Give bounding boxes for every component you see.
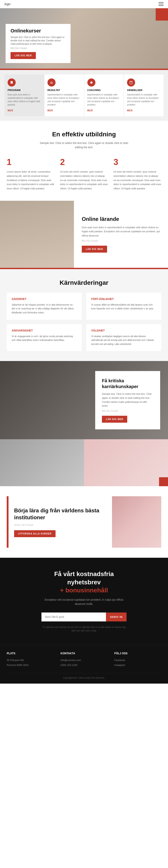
hero-description: Sample text. Click to select the text bo… [10,35,66,45]
footer-plats-line1: 45 Prinsens Rd, [7,658,54,662]
value-sakerhet: SÄKERHET Säkerhet är de högsta prioritet… [7,292,82,320]
career-cta-button[interactable]: LÄR DIG MER [102,416,127,423]
footer-col-kontakta: Kontakta info@courses.com (234) 123-1234 [60,652,108,668]
effective-title: En effektiv utbildning [7,131,161,138]
value-ansvarsighet-title: ANSVARSIGHET [12,329,77,332]
online-learning-title: Online lärande [82,216,160,222]
menu-line2 [159,4,164,4]
card-coaching: COACHING reprehenderit in voluptate veli… [84,74,124,116]
card-resultat-text: reprehenderit in voluptate velit esse ci… [48,93,81,106]
card-program-link[interactable]: MER [8,109,13,112]
logo: logo [4,2,10,6]
strip-red-accent [159,477,168,486]
value-ansvarsighet-text: Vi är engagerade in och i att göra runda… [12,334,77,342]
best-institutions-title: Börja lära dig från världens bästa insti… [14,507,106,521]
card-coaching-icon [87,79,95,87]
newsletter-title-line3: + bonusinnehåll [60,587,108,594]
online-learning-image [0,201,74,268]
effective-text-1: Lorem ipsum dolor sit amet, consectetur … [7,170,54,190]
card-resultat-link[interactable]: MER [48,109,53,112]
effective-col-1: 1 Lorem ipsum dolor sit amet, consectetu… [7,157,54,190]
online-learning-content: Online lärande Duis aute irure dolor in … [74,201,168,268]
newsletter-disclaimer: Vi i tjänsten som hämtar du och som vi i… [41,625,127,632]
effective-section: En effektiv utbildning Sample text. Clic… [0,121,168,201]
footer-facebook-link[interactable]: Facebook [114,658,161,662]
career-description: Sample text. Click to select the text bo… [102,392,153,408]
footer-folj-title: Följ oss [114,652,161,655]
online-learning-description: Duis aute irure dolor in reprehenderit i… [82,225,160,238]
values-grid: SÄKERHET Säkerhet är de högsta prioritet… [7,292,161,351]
newsletter-title-line2: nyhetsbrev [67,579,101,586]
card-program-icon [8,79,16,87]
best-institutions-content: Börja lära dig från världens bästa insti… [14,507,106,537]
effective-num-2: 2 [60,157,108,167]
effective-text-2: Ut enim ad minim veniam, quis nostrud ex… [60,170,108,190]
hero-red-accent [156,8,168,21]
footer: Plats 45 Prinsens Rd, Pyrmont NSW 2022 K… [0,645,168,684]
strip-image-left [0,439,84,486]
person-silhouette [0,201,74,268]
card-program-text: Duis aute irure dolor in reprehenderit i… [8,93,41,106]
effective-col-2: 2 Ut enim ad minim veniam, quis nostrud … [60,157,108,190]
value-valighet-text: Vi skakar verklighet dagligen precis att… [91,334,156,346]
hamburger-menu[interactable] [159,2,164,6]
effective-cols: 1 Lorem ipsum dolor sit amet, consectetu… [7,157,161,190]
best-institutions-image [112,496,161,548]
newsletter-submit-button[interactable]: SKRIV IN [106,613,127,621]
core-values-section: Kärnvärderingar SÄKERHET Säkerhet är de … [0,269,168,361]
newsletter-section: Få vårt kostnadsfria nyhetsbrev + bonusi… [0,558,168,645]
footer-kontakta-title: Kontakta [60,652,108,655]
best-institutions-photo-credit: Anfaur från Freepik [14,524,106,526]
career-photo-credit: Bild från Freepik [102,410,153,412]
value-fortjanlighet-title: FÖRTJÄNLIGHET [91,298,156,301]
newsletter-title-line1: Få vårt kostnadsfria [54,570,114,578]
best-institutions-red-bar [7,496,8,548]
hero-photo-credit: Bild från Freepik [10,47,66,50]
value-fortjanlighet: FÖRTJÄNLIGHET Vi svarar alltid av tillfr… [86,292,161,320]
footer-columns: Plats 45 Prinsens Rd, Pyrmont NSW 2022 K… [7,652,161,668]
newsletter-email-input[interactable] [41,613,106,621]
hero-cta-button[interactable]: LÄR DIG MER [10,52,36,59]
value-sakerhet-title: SÄKERHET [12,298,77,301]
footer-kontakta-phone: (234) 123-1234 [60,662,108,668]
best-institutions-cta[interactable]: UTFORSKA ALLA KURSER [14,530,56,537]
card-resultat: RESULTAT reprehenderit in voluptate veli… [44,74,84,116]
value-fortjanlighet-text: Vi svarar alltid av tillfredsnöjdhet att… [91,303,156,311]
value-valighet: VÄLIGHET Vi skakar verklighet dagligen p… [86,324,161,351]
value-valighet-title: VÄLIGHET [91,329,156,332]
footer-instagram-link[interactable]: Instagram [114,662,161,668]
calendar-icon [129,81,133,84]
card-handelser-title: HÄNDELSER [127,89,160,91]
footer-copyright: Copyright text. Click to start Text Elem… [7,677,161,679]
footer-bottom: Copyright text. Click to start Text Elem… [7,673,161,679]
newsletter-title: Få vårt kostnadsfria nyhetsbrev + bonusi… [7,570,161,594]
card-resultat-icon [48,79,56,87]
bookmark-icon [10,81,13,84]
core-values-title: Kärnvärderingar [7,279,161,286]
bottom-strip [0,439,168,486]
footer-col-folj: Följ oss Facebook Instagram [114,652,161,668]
effective-text-3: Ut enim ad minim veniam, quis nostrud ex… [114,170,161,190]
card-handelser-link[interactable]: MER [127,109,133,112]
card-coaching-title: COACHING [87,89,121,91]
strip-image-right [84,439,168,486]
menu-line3 [159,5,164,6]
hero-section: Onlinekurser Sample text. Click to selec… [0,8,168,69]
effective-num-1: 1 [7,157,54,167]
effective-col-3: 3 Ut enim ad minim veniam, quis nostrud … [114,157,161,190]
star-icon [90,81,93,84]
hero-title: Onlinekurser [10,28,66,34]
newsletter-description: Excepteur sint occaecat cupidatat non pr… [39,598,129,606]
online-learning-cta[interactable]: LÄR DIG MER [82,246,107,253]
card-program: PROGRAM Duis aute irure dolor in reprehe… [4,74,44,116]
menu-line1 [159,2,164,3]
card-program-title: PROGRAM [8,89,41,91]
footer-col-plats: Plats 45 Prinsens Rd, Pyrmont NSW 2022 [7,652,54,668]
online-learning-photo-credit: Bild från Freepik [82,240,160,242]
card-coaching-link[interactable]: MER [87,109,93,112]
cards-grid: PROGRAM Duis aute irure dolor in reprehe… [4,74,164,116]
career-title: Få kritiska karriärkunskaper [102,378,153,390]
online-learning-section: Online lärande Duis aute irure dolor in … [0,201,168,268]
effective-num-3: 3 [114,157,161,167]
best-institutions-section: Börja lära dig från världens bästa insti… [0,486,168,558]
